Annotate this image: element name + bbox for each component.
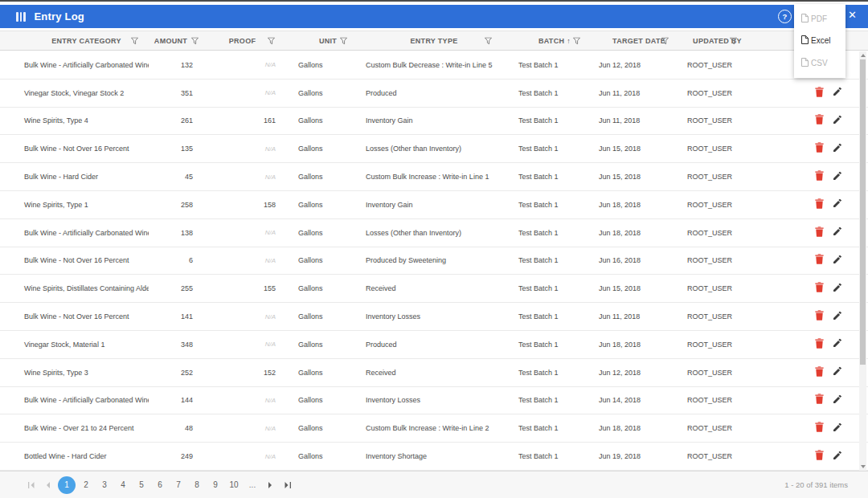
unit-cell: Gallons <box>285 312 358 320</box>
pager-page-8[interactable]: 8 <box>189 476 205 494</box>
target-date-cell: Jun 15, 2018 <box>591 145 679 153</box>
edit-button[interactable] <box>833 422 842 435</box>
proof-cell: 155 <box>209 284 285 292</box>
pager-page-2[interactable]: 2 <box>78 476 94 494</box>
column-header-label: ENTRY CATEGORY <box>51 37 121 45</box>
column-header-entry-type[interactable]: ENTRY TYPE <box>358 31 502 50</box>
filter-icon[interactable] <box>131 37 138 44</box>
edit-button[interactable] <box>833 171 842 183</box>
delete-button[interactable] <box>815 366 824 379</box>
target-date-cell: Jun 12, 2018 <box>591 369 679 377</box>
scroll-down-icon[interactable] <box>861 465 866 468</box>
delete-button[interactable] <box>815 87 824 100</box>
pager-info: 1 - 20 of 391 items <box>784 480 848 489</box>
table-row: Bulk Wine - Not Over 16 Percent6N/AGallo… <box>0 247 868 276</box>
updated-by-cell: ROOT_USER <box>679 173 747 181</box>
row-actions <box>747 338 868 351</box>
edit-button[interactable] <box>833 87 842 99</box>
batch-cell: Test Batch 1 <box>502 256 591 264</box>
delete-button[interactable] <box>815 394 824 406</box>
filter-icon[interactable] <box>485 37 492 44</box>
unit-cell: Gallons <box>285 284 358 292</box>
pager-next-button[interactable] <box>263 477 277 493</box>
filter-icon[interactable] <box>340 37 347 44</box>
column-header-proof[interactable]: PROOF <box>209 31 285 50</box>
pencil-icon <box>833 87 842 99</box>
column-header-target-date[interactable]: TARGET DATE <box>591 31 679 50</box>
title-bar: Entry Log ? ✕ <box>0 5 868 28</box>
batch-cell: Test Batch 1 <box>502 61 591 69</box>
filter-icon[interactable] <box>191 37 199 44</box>
entry-type-cell: Custom Bulk Increase : Write-in Line 1 <box>358 173 502 181</box>
pager-page-5[interactable]: 5 <box>133 476 149 494</box>
vertical-scrollbar[interactable] <box>859 51 866 471</box>
pager-page-1[interactable]: 1 <box>58 476 76 494</box>
pager-page-4[interactable]: 4 <box>115 476 131 494</box>
updated-by-cell: ROOT_USER <box>679 396 747 404</box>
delete-button[interactable] <box>815 114 824 127</box>
delete-button[interactable] <box>815 310 824 323</box>
export-menu: PDFExcelCSV <box>794 4 845 78</box>
unit-cell: Gallons <box>285 452 358 460</box>
pager-page-10[interactable]: 10 <box>226 476 242 494</box>
entry-type-cell: Losses (Other than Inventory) <box>358 145 502 153</box>
edit-button[interactable] <box>833 283 842 295</box>
pager-page-7[interactable]: 7 <box>170 476 186 494</box>
export-menu-item-excel[interactable]: Excel <box>801 35 845 46</box>
column-header-label: UNIT <box>319 37 337 45</box>
table-row: Bulk Wine - Not Over 16 Percent141N/AGal… <box>0 303 868 331</box>
trash-icon <box>815 227 824 239</box>
filter-icon[interactable] <box>730 37 737 44</box>
proof-cell: N/A <box>209 257 285 264</box>
unit-cell: Gallons <box>285 116 358 124</box>
trash-icon <box>815 310 824 323</box>
amount-cell: 348 <box>149 341 209 349</box>
column-header-amount[interactable]: AMOUNT <box>149 31 209 50</box>
edit-button[interactable] <box>833 115 842 127</box>
pdf-file-icon <box>801 14 809 24</box>
edit-button[interactable] <box>833 394 842 406</box>
pager-last-button[interactable] <box>280 477 294 493</box>
column-header-entry-category[interactable]: ENTRY CATEGORY <box>0 31 149 50</box>
edit-button[interactable] <box>833 227 842 239</box>
unit-cell: Gallons <box>285 229 358 237</box>
delete-button[interactable] <box>815 254 824 267</box>
proof-cell: N/A <box>209 453 285 460</box>
edit-button[interactable] <box>833 198 842 210</box>
entry-type-cell: Custom Bulk Increase : Write-in Line 2 <box>358 424 502 432</box>
delete-button[interactable] <box>815 170 824 183</box>
filter-icon[interactable] <box>661 37 669 44</box>
filter-icon[interactable] <box>573 37 580 44</box>
edit-button[interactable] <box>833 143 842 155</box>
edit-button[interactable] <box>833 451 842 463</box>
table-row: Wine Spirits, Type 4261161GallonsInvento… <box>0 108 868 136</box>
delete-button[interactable] <box>815 282 824 295</box>
pager-bar: 12345678910...1 - 20 of 391 items <box>0 471 868 498</box>
edit-button[interactable] <box>833 255 842 267</box>
unit-cell: Gallons <box>285 89 358 97</box>
help-icon[interactable]: ? <box>778 10 792 23</box>
edit-button[interactable] <box>833 311 842 323</box>
column-header-batch[interactable]: BATCH ↑ <box>502 31 591 50</box>
filter-icon[interactable] <box>268 37 275 44</box>
table-row: Bulk Wine - Artificially Carbonated Wine… <box>0 387 868 415</box>
edit-button[interactable] <box>833 338 842 350</box>
scrollbar-thumb[interactable] <box>860 59 866 365</box>
pager-page-9[interactable]: 9 <box>207 476 223 494</box>
pager-page-3[interactable]: 3 <box>96 476 113 494</box>
column-header-label: AMOUNT <box>154 37 187 45</box>
close-icon[interactable]: ✕ <box>848 9 857 21</box>
delete-button[interactable] <box>815 338 824 351</box>
delete-button[interactable] <box>815 422 824 435</box>
pager-page-6[interactable]: 6 <box>152 476 168 494</box>
row-actions <box>747 227 868 239</box>
column-header-updated-by[interactable]: UPDATED BY <box>679 31 747 50</box>
updated-by-cell: ROOT_USER <box>679 145 747 153</box>
scroll-up-icon[interactable] <box>861 54 866 57</box>
column-header-unit[interactable]: UNIT <box>285 31 358 50</box>
delete-button[interactable] <box>815 227 824 239</box>
delete-button[interactable] <box>815 142 824 155</box>
edit-button[interactable] <box>833 366 842 378</box>
delete-button[interactable] <box>815 198 824 211</box>
delete-button[interactable] <box>815 450 824 463</box>
